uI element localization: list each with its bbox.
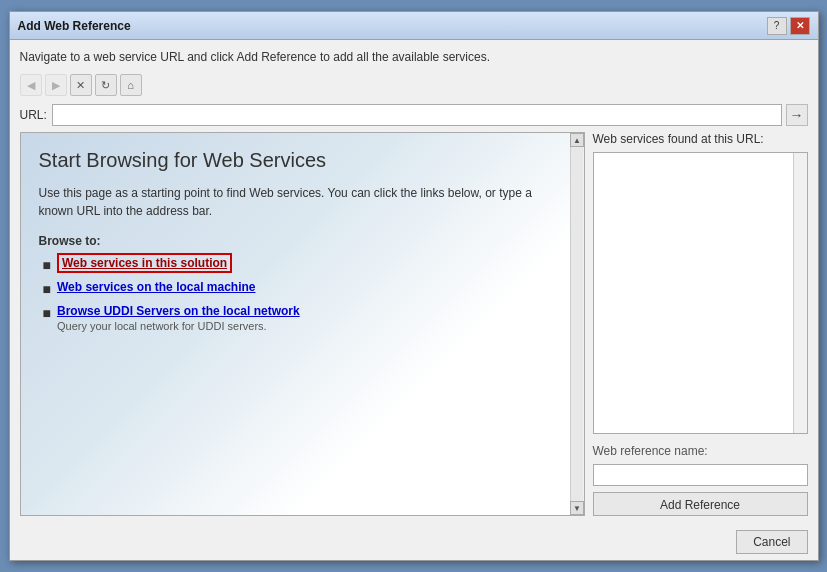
url-label: URL: bbox=[20, 108, 48, 122]
right-panel: Web services found at this URL: Web refe… bbox=[593, 132, 808, 516]
found-scrollbar[interactable] bbox=[793, 153, 807, 433]
refresh-button[interactable]: ↻ bbox=[95, 74, 117, 96]
back-button[interactable]: ◀ bbox=[20, 74, 42, 96]
add-web-reference-dialog: Add Web Reference ? ✕ Navigate to a web … bbox=[9, 11, 819, 561]
found-services-area bbox=[593, 152, 808, 434]
url-row: URL: → bbox=[20, 104, 808, 126]
add-reference-button[interactable]: Add Reference bbox=[593, 492, 808, 516]
link-uddi-sub: Query your local network for UDDI server… bbox=[57, 320, 300, 332]
bottom-bar: Cancel bbox=[10, 524, 818, 560]
forward-button[interactable]: ▶ bbox=[45, 74, 67, 96]
cancel-button[interactable]: Cancel bbox=[736, 530, 807, 554]
list-item: ■ Web services in this solution bbox=[43, 256, 556, 274]
list-item: ■ Browse UDDI Servers on the local netwo… bbox=[43, 304, 556, 332]
instruction-text: Navigate to a web service URL and click … bbox=[20, 48, 808, 66]
scroll-down-button[interactable]: ▼ bbox=[570, 501, 584, 515]
found-label: Web services found at this URL: bbox=[593, 132, 808, 146]
dialog-body: Navigate to a web service URL and click … bbox=[10, 40, 818, 524]
browse-panel: Start Browsing for Web Services Use this… bbox=[20, 132, 585, 516]
dialog-title: Add Web Reference bbox=[18, 19, 131, 33]
browse-to-label: Browse to: bbox=[39, 234, 556, 248]
main-content: Start Browsing for Web Services Use this… bbox=[20, 132, 808, 516]
bullet-icon: ■ bbox=[43, 281, 51, 298]
browse-links: ■ Web services in this solution ■ Web se… bbox=[39, 256, 556, 332]
link-local-machine[interactable]: Web services on the local machine bbox=[57, 280, 256, 294]
help-button[interactable]: ? bbox=[767, 17, 787, 35]
forward-icon: ▶ bbox=[52, 79, 60, 92]
scroll-track bbox=[571, 147, 583, 501]
link-item-2-container: Web services on the local machine bbox=[57, 280, 256, 294]
link-item-1-container: Web services in this solution bbox=[57, 256, 232, 270]
link-item-3-container: Browse UDDI Servers on the local network… bbox=[57, 304, 300, 332]
home-icon: ⌂ bbox=[127, 79, 134, 91]
title-bar: Add Web Reference ? ✕ bbox=[10, 12, 818, 40]
browse-panel-inner: Start Browsing for Web Services Use this… bbox=[21, 133, 584, 515]
go-icon: → bbox=[790, 107, 804, 123]
refresh-icon: ↻ bbox=[101, 79, 110, 92]
title-bar-buttons: ? ✕ bbox=[767, 17, 810, 35]
close-button[interactable]: ✕ bbox=[790, 17, 810, 35]
home-button[interactable]: ⌂ bbox=[120, 74, 142, 96]
stop-icon: ✕ bbox=[76, 79, 85, 92]
url-input[interactable] bbox=[52, 104, 782, 126]
browser-toolbar: ◀ ▶ ✕ ↻ ⌂ bbox=[20, 72, 808, 98]
bullet-icon: ■ bbox=[43, 257, 51, 274]
bullet-icon: ■ bbox=[43, 305, 51, 322]
stop-button[interactable]: ✕ bbox=[70, 74, 92, 96]
browse-scrollbar[interactable]: ▲ ▼ bbox=[570, 133, 584, 515]
back-icon: ◀ bbox=[27, 79, 35, 92]
browse-title: Start Browsing for Web Services bbox=[39, 149, 556, 172]
scroll-up-button[interactable]: ▲ bbox=[570, 133, 584, 147]
browse-description: Use this page as a starting point to fin… bbox=[39, 184, 556, 220]
ref-name-label: Web reference name: bbox=[593, 444, 808, 458]
go-button[interactable]: → bbox=[786, 104, 808, 126]
link-solution[interactable]: Web services in this solution bbox=[57, 253, 232, 273]
link-uddi[interactable]: Browse UDDI Servers on the local network bbox=[57, 304, 300, 318]
ref-name-input[interactable] bbox=[593, 464, 808, 486]
list-item: ■ Web services on the local machine bbox=[43, 280, 556, 298]
